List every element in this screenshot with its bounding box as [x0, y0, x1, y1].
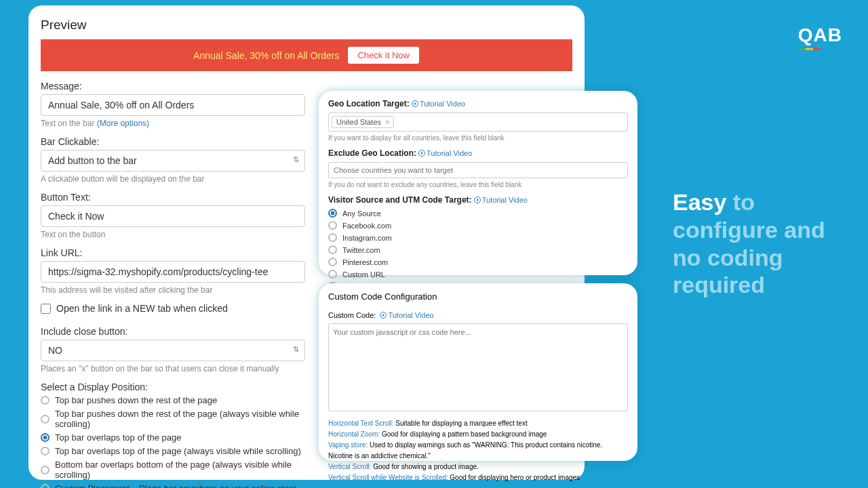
visitor-source-option[interactable]: Twitter.com: [328, 245, 628, 254]
geo-exclude-input[interactable]: [328, 162, 628, 178]
custom-code-panel: Custom Code Configuration Custom Code: T…: [319, 283, 637, 461]
play-icon: [380, 312, 387, 319]
marketing-copy: Easy to configure and no coding required: [673, 188, 829, 299]
custom-code-textarea[interactable]: [328, 323, 628, 411]
announcement-bar-preview: Annual Sale, 30% off on All Orders Check…: [41, 39, 572, 71]
app-logo: QAB: [798, 24, 842, 50]
play-icon: [418, 150, 425, 157]
code-panel-title: Custom Code Configuration: [328, 291, 628, 302]
visitor-source-option[interactable]: Pinterest.com: [328, 258, 628, 266]
message-label: Message:: [41, 81, 305, 92]
link-url-input[interactable]: [41, 261, 305, 283]
geo-panel: Geo Location Target: Tutorial Video Unit…: [319, 91, 637, 275]
display-position-label: Select a Display Position:: [41, 382, 305, 392]
display-position-option[interactable]: Top bar pushes down the rest of the page: [41, 395, 305, 405]
code-example-link[interactable]: Vertical Scroll:: [328, 463, 371, 470]
tutorial-link[interactable]: Tutorial Video: [427, 149, 472, 157]
display-position-option[interactable]: Top bar pushes down the rest of the page…: [41, 409, 305, 429]
tutorial-link[interactable]: Tutorial Video: [388, 311, 433, 319]
clickable-label: Bar Clickable:: [41, 136, 305, 147]
close-button-label: Include close button:: [41, 326, 305, 337]
visitor-source-option[interactable]: Facebook.com: [328, 221, 628, 230]
more-options-link[interactable]: (More options): [97, 119, 149, 128]
code-example-link[interactable]: Vertical Scroll while Website is Scrolle…: [328, 474, 448, 481]
bar-cta-button[interactable]: Check it Now: [347, 46, 420, 64]
visitor-source-option[interactable]: Instagram.com: [328, 233, 628, 242]
remove-chip-icon[interactable]: ×: [385, 118, 389, 126]
link-url-label: Link URL:: [41, 247, 305, 258]
preview-title: Preview: [41, 18, 572, 33]
bar-message: Annual Sale, 30% off on All Orders: [193, 50, 339, 61]
tutorial-link[interactable]: Tutorial Video: [482, 196, 528, 204]
display-position-option[interactable]: Bottom bar overlaps bottom of the page (…: [41, 460, 305, 480]
message-input[interactable]: [41, 94, 305, 116]
code-example-link[interactable]: Vaping store:: [328, 441, 368, 449]
close-button-select[interactable]: NO: [41, 340, 305, 361]
visitor-source-option[interactable]: Any Source: [328, 209, 628, 218]
button-text-label: Button Text:: [41, 192, 305, 203]
display-position-option[interactable]: Top bar overlaps top of the page: [41, 432, 305, 443]
new-tab-checkbox[interactable]: Open the link in a NEW tab when clicked: [41, 303, 305, 314]
code-example-link[interactable]: Horizontal Text Scroll:: [328, 420, 394, 427]
geo-target-input[interactable]: United States×: [328, 113, 628, 131]
code-example-link[interactable]: Horizontal Zoom:: [328, 430, 380, 438]
tutorial-link[interactable]: Tutorial Video: [420, 100, 465, 108]
display-position-option[interactable]: Top bar overlaps top of the page (always…: [41, 446, 305, 456]
clickable-select[interactable]: Add button to the bar: [41, 150, 305, 171]
play-icon: [412, 100, 418, 107]
button-text-input[interactable]: [41, 205, 305, 227]
visitor-source-option[interactable]: Custom URL: [328, 270, 628, 279]
play-icon: [474, 197, 481, 203]
display-position-option[interactable]: Custom Placement – Place bar anywhere on…: [41, 483, 305, 488]
